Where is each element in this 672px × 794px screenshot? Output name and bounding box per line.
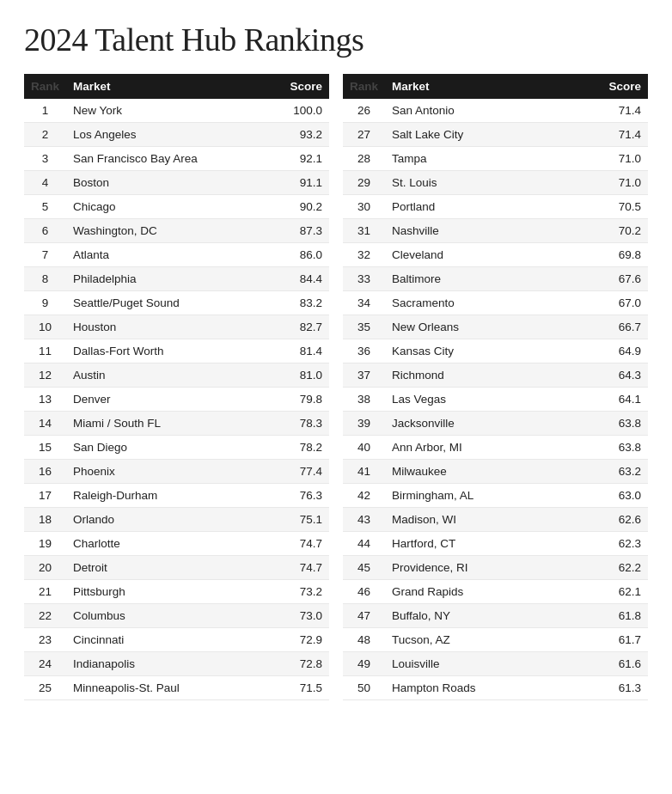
right-header-score: Score [602, 74, 648, 99]
market-cell: Sacramento [385, 291, 602, 315]
market-cell: Detroit [66, 556, 283, 580]
market-cell: Salt Lake City [385, 123, 602, 147]
rank-cell: 39 [343, 412, 385, 436]
rank-cell: 47 [343, 604, 385, 628]
table-row: 20 Detroit 74.7 [24, 556, 329, 580]
market-cell: Las Vegas [385, 388, 602, 412]
table-row: 1 New York 100.0 [24, 99, 329, 123]
right-header-rank: Rank [343, 74, 385, 99]
market-cell: Kansas City [385, 339, 602, 363]
table-row: 26 San Antonio 71.4 [343, 99, 648, 123]
score-cell: 74.7 [283, 532, 329, 556]
score-cell: 64.1 [602, 388, 648, 412]
score-cell: 62.2 [602, 556, 648, 580]
score-cell: 64.9 [602, 339, 648, 363]
rank-cell: 46 [343, 580, 385, 604]
table-row: 19 Charlotte 74.7 [24, 532, 329, 556]
score-cell: 71.0 [602, 171, 648, 195]
rank-cell: 14 [24, 412, 66, 436]
score-cell: 61.8 [602, 604, 648, 628]
table-row: 15 San Diego 78.2 [24, 436, 329, 460]
table-row: 13 Denver 79.8 [24, 388, 329, 412]
score-cell: 61.7 [602, 628, 648, 652]
table-row: 49 Louisville 61.6 [343, 652, 648, 676]
table-row: 35 New Orleans 66.7 [343, 315, 648, 339]
market-cell: Dallas-Fort Worth [66, 339, 283, 363]
market-cell: Los Angeles [66, 123, 283, 147]
score-cell: 77.4 [283, 460, 329, 484]
rank-cell: 35 [343, 315, 385, 339]
table-row: 12 Austin 81.0 [24, 363, 329, 388]
score-cell: 62.3 [602, 532, 648, 556]
table-row: 18 Orlando 75.1 [24, 508, 329, 532]
market-cell: Birmingham, AL [385, 484, 602, 508]
rank-cell: 9 [24, 291, 66, 315]
market-cell: Hartford, CT [385, 532, 602, 556]
score-cell: 61.3 [602, 676, 648, 700]
market-cell: Minneapolis-St. Paul [66, 676, 283, 700]
score-cell: 78.2 [283, 436, 329, 460]
right-table: Rank Market Score 26 San Antonio 71.4 27… [343, 74, 648, 700]
score-cell: 91.1 [283, 171, 329, 195]
score-cell: 63.0 [602, 484, 648, 508]
score-cell: 71.4 [602, 99, 648, 123]
market-cell: Houston [66, 315, 283, 339]
market-cell: San Diego [66, 436, 283, 460]
rank-cell: 43 [343, 508, 385, 532]
rank-cell: 15 [24, 436, 66, 460]
market-cell: Pittsburgh [66, 580, 283, 604]
table-row: 6 Washington, DC 87.3 [24, 219, 329, 243]
rank-cell: 34 [343, 291, 385, 315]
rank-cell: 22 [24, 604, 66, 628]
score-cell: 76.3 [283, 484, 329, 508]
market-cell: Buffalo, NY [385, 604, 602, 628]
rank-cell: 31 [343, 219, 385, 243]
rank-cell: 7 [24, 243, 66, 267]
table-row: 32 Cleveland 69.8 [343, 243, 648, 267]
market-cell: Madison, WI [385, 508, 602, 532]
rank-cell: 23 [24, 628, 66, 652]
table-row: 46 Grand Rapids 62.1 [343, 580, 648, 604]
rank-cell: 37 [343, 363, 385, 388]
rank-cell: 16 [24, 460, 66, 484]
market-cell: Milwaukee [385, 460, 602, 484]
score-cell: 87.3 [283, 219, 329, 243]
rank-cell: 42 [343, 484, 385, 508]
rank-cell: 8 [24, 267, 66, 291]
rank-cell: 45 [343, 556, 385, 580]
rank-cell: 30 [343, 195, 385, 219]
score-cell: 93.2 [283, 123, 329, 147]
score-cell: 64.3 [602, 363, 648, 388]
left-header-score: Score [283, 74, 329, 99]
table-row: 23 Cincinnati 72.9 [24, 628, 329, 652]
score-cell: 67.0 [602, 291, 648, 315]
rank-cell: 10 [24, 315, 66, 339]
score-cell: 62.6 [602, 508, 648, 532]
market-cell: Orlando [66, 508, 283, 532]
table-row: 38 Las Vegas 64.1 [343, 388, 648, 412]
table-row: 27 Salt Lake City 71.4 [343, 123, 648, 147]
table-row: 9 Seattle/Puget Sound 83.2 [24, 291, 329, 315]
score-cell: 71.0 [602, 147, 648, 171]
score-cell: 69.8 [602, 243, 648, 267]
market-cell: Grand Rapids [385, 580, 602, 604]
left-header-rank: Rank [24, 74, 66, 99]
rank-cell: 38 [343, 388, 385, 412]
rank-cell: 49 [343, 652, 385, 676]
table-row: 37 Richmond 64.3 [343, 363, 648, 388]
score-cell: 78.3 [283, 412, 329, 436]
score-cell: 81.4 [283, 339, 329, 363]
market-cell: Baltimore [385, 267, 602, 291]
score-cell: 72.9 [283, 628, 329, 652]
rank-cell: 21 [24, 580, 66, 604]
rank-cell: 36 [343, 339, 385, 363]
market-cell: Nashville [385, 219, 602, 243]
table-row: 17 Raleigh-Durham 76.3 [24, 484, 329, 508]
rank-cell: 25 [24, 676, 66, 700]
score-cell: 63.2 [602, 460, 648, 484]
rank-cell: 1 [24, 99, 66, 123]
table-row: 36 Kansas City 64.9 [343, 339, 648, 363]
table-row: 2 Los Angeles 93.2 [24, 123, 329, 147]
market-cell: Columbus [66, 604, 283, 628]
rank-cell: 33 [343, 267, 385, 291]
